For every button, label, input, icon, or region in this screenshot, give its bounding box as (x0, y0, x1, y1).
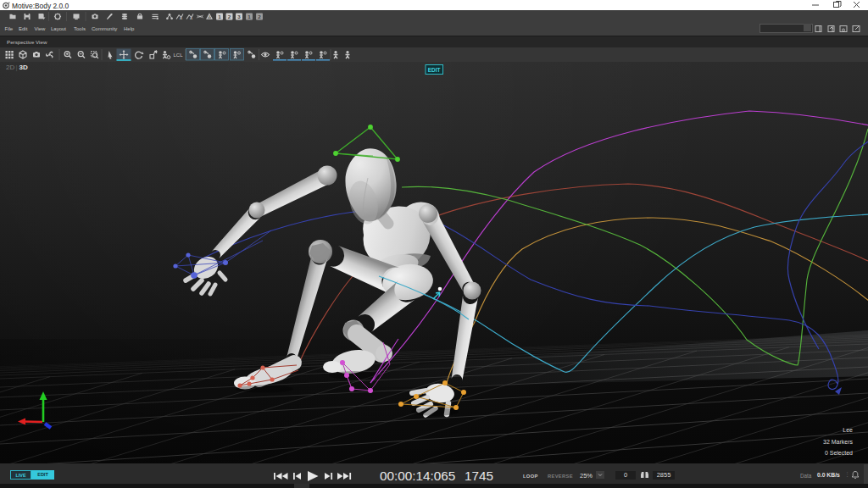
svg-text:Lee: Lee (843, 427, 853, 433)
svg-text:1: 1 (218, 14, 221, 19)
svg-text:1: 1 (248, 14, 251, 19)
svg-text:LCL: LCL (173, 53, 183, 58)
svg-text:3: 3 (237, 14, 241, 19)
svg-text:A: A (180, 16, 182, 20)
svg-text:2: 2 (228, 14, 231, 19)
svg-text:A: A (190, 16, 192, 20)
svg-text:0 Selected: 0 Selected (825, 450, 853, 456)
svg-text:|: | (16, 64, 18, 71)
svg-text:2D: 2D (6, 64, 14, 71)
svg-text:EDIT: EDIT (428, 67, 441, 73)
svg-text:2: 2 (258, 14, 261, 19)
svg-text:3D: 3D (19, 64, 28, 71)
svg-text:32 Markers: 32 Markers (823, 439, 854, 445)
svg-text:A: A (208, 14, 210, 19)
